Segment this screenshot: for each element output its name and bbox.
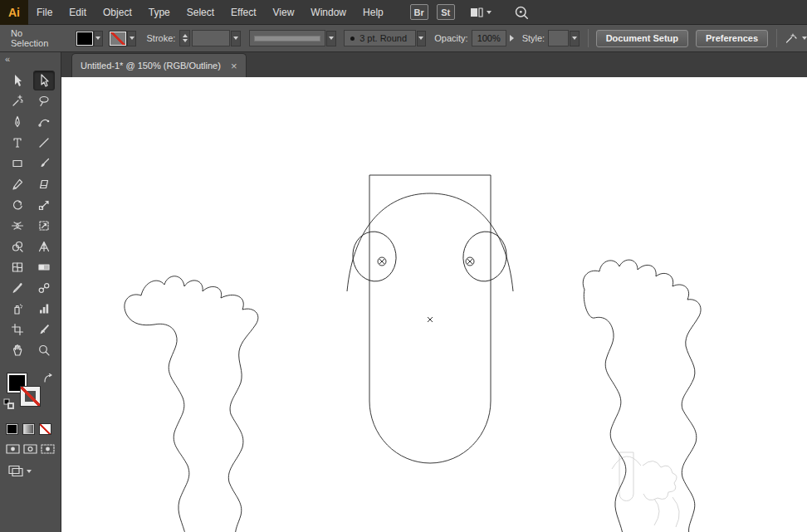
shape-builder-icon	[11, 240, 24, 253]
curvature-tool[interactable]	[33, 112, 55, 132]
width-profile-dropdown[interactable]	[326, 31, 336, 46]
column-graph-tool[interactable]	[33, 299, 55, 319]
scale-tool[interactable]	[33, 195, 55, 215]
selection-status: No Selection	[11, 28, 56, 48]
document-tab-title: Untitled-1* @ 150% (RGB/Outline)	[81, 61, 221, 71]
step-up-icon[interactable]	[183, 34, 188, 37]
stroke-weight-stepper[interactable]	[179, 30, 190, 46]
preferences-button[interactable]: Preferences	[696, 30, 768, 47]
menu-object[interactable]: Object	[95, 0, 140, 25]
slice-tool[interactable]	[33, 320, 55, 339]
slice-icon	[37, 323, 51, 336]
menu-edit[interactable]: Edit	[61, 0, 95, 25]
hand-tool[interactable]	[7, 340, 28, 360]
step-down-icon[interactable]	[183, 39, 188, 42]
screen-mode-button[interactable]	[0, 465, 61, 477]
stroke-proxy-swatch[interactable]	[21, 387, 40, 406]
eraser-tool[interactable]	[33, 174, 55, 194]
magic-wand-tool[interactable]	[7, 91, 28, 111]
style-dropdown[interactable]	[570, 31, 580, 46]
chevron-down-icon	[329, 37, 334, 40]
bridge-button[interactable]: Br	[410, 4, 428, 20]
rectangle-tool[interactable]	[7, 154, 28, 173]
fill-color-swatch[interactable]	[76, 32, 93, 46]
none-button[interactable]	[39, 423, 51, 435]
default-fill-stroke-icon[interactable]	[3, 398, 14, 409]
canvas[interactable]	[61, 77, 807, 532]
select-similar-options[interactable]	[784, 32, 807, 45]
pen-icon	[11, 115, 24, 129]
lasso-tool[interactable]	[33, 91, 55, 111]
rotate-tool[interactable]	[7, 195, 28, 215]
blend-icon	[37, 281, 51, 295]
menu-help[interactable]: Help	[355, 0, 392, 25]
free-transform-tool[interactable]	[33, 216, 55, 236]
direct-selection-tool[interactable]	[33, 71, 55, 90]
draw-behind-icon[interactable]	[23, 443, 37, 455]
perspective-grid-tool[interactable]	[33, 237, 55, 256]
workspace-layout-icon	[470, 7, 483, 18]
type-tool[interactable]	[7, 133, 28, 153]
opacity-panel-chevron-icon[interactable]	[510, 35, 514, 41]
artboard-icon	[11, 323, 24, 336]
draw-inside-icon[interactable]	[41, 443, 55, 455]
gradient-button[interactable]	[22, 423, 35, 435]
mesh-tool[interactable]	[7, 257, 28, 277]
search-icon	[513, 4, 530, 21]
document-tab-bar: Untitled-1* @ 150% (RGB/Outline) ×	[61, 52, 807, 77]
draw-normal-icon[interactable]	[6, 443, 20, 455]
selection-tool[interactable]	[7, 71, 28, 90]
rectangle-icon	[11, 157, 24, 170]
menu-window[interactable]: Window	[302, 0, 355, 25]
symbol-sprayer-tool[interactable]	[7, 299, 28, 319]
brush-definition-dropdown[interactable]	[417, 31, 427, 46]
stroke-color-dropdown[interactable]	[127, 31, 137, 46]
line-segment-tool[interactable]	[33, 133, 55, 153]
collapse-panel-button[interactable]: «	[0, 52, 61, 66]
stroke-weight-combo[interactable]	[192, 30, 230, 46]
search-button[interactable]	[513, 4, 530, 21]
chevron-down-icon	[27, 470, 32, 473]
width-tool[interactable]	[7, 216, 28, 236]
fill-color-dropdown[interactable]	[94, 31, 104, 46]
stroke-weight-dropdown[interactable]	[231, 31, 241, 46]
menu-view[interactable]: View	[265, 0, 303, 25]
zoom-tool[interactable]	[33, 340, 55, 360]
artwork-left-hand[interactable]	[125, 276, 258, 532]
menu-type[interactable]: Type	[140, 0, 179, 25]
menu-select[interactable]: Select	[179, 0, 223, 25]
artwork-right-eye[interactable]	[460, 229, 510, 285]
document-setup-button[interactable]: Document Setup	[596, 30, 688, 47]
menu-file[interactable]: File	[28, 0, 61, 25]
style-combo[interactable]	[548, 30, 569, 46]
close-icon[interactable]: ×	[231, 61, 237, 71]
menu-effect[interactable]: Effect	[223, 0, 264, 25]
stroke-color-swatch[interactable]	[110, 32, 126, 46]
magic-wand-icon	[11, 95, 24, 108]
fill-stroke-widget	[3, 373, 57, 413]
gradient-tool[interactable]	[33, 257, 55, 277]
workspace-switcher[interactable]	[470, 7, 492, 18]
anchor-marker-right[interactable]	[466, 257, 474, 266]
swap-fill-stroke-icon[interactable]	[43, 373, 55, 384]
width-profile-combo[interactable]	[249, 30, 326, 46]
stock-button[interactable]: St	[437, 4, 455, 20]
artwork-head-arc[interactable]	[347, 193, 513, 291]
brush-definition-combo[interactable]: 3 pt. Round	[344, 30, 415, 46]
color-button[interactable]	[6, 423, 18, 435]
shape-builder-tool[interactable]	[7, 237, 28, 256]
blend-tool[interactable]	[33, 278, 55, 298]
artwork-left-eye[interactable]	[350, 229, 399, 285]
brush-definition-value: 3 pt. Round	[359, 33, 407, 43]
artwork-right-hand[interactable]	[583, 260, 701, 532]
document-tab[interactable]: Untitled-1* @ 150% (RGB/Outline) ×	[71, 53, 247, 77]
opacity-label: Opacity:	[434, 33, 467, 43]
paintbrush-tool[interactable]	[33, 154, 55, 173]
eyedropper-tool[interactable]	[7, 278, 28, 298]
anchor-marker-left[interactable]	[378, 257, 386, 266]
lasso-icon	[37, 95, 51, 108]
pencil-tool[interactable]	[7, 174, 28, 194]
artboard-tool[interactable]	[7, 320, 28, 339]
pen-tool[interactable]	[7, 112, 28, 132]
opacity-field[interactable]: 100%	[472, 30, 506, 46]
